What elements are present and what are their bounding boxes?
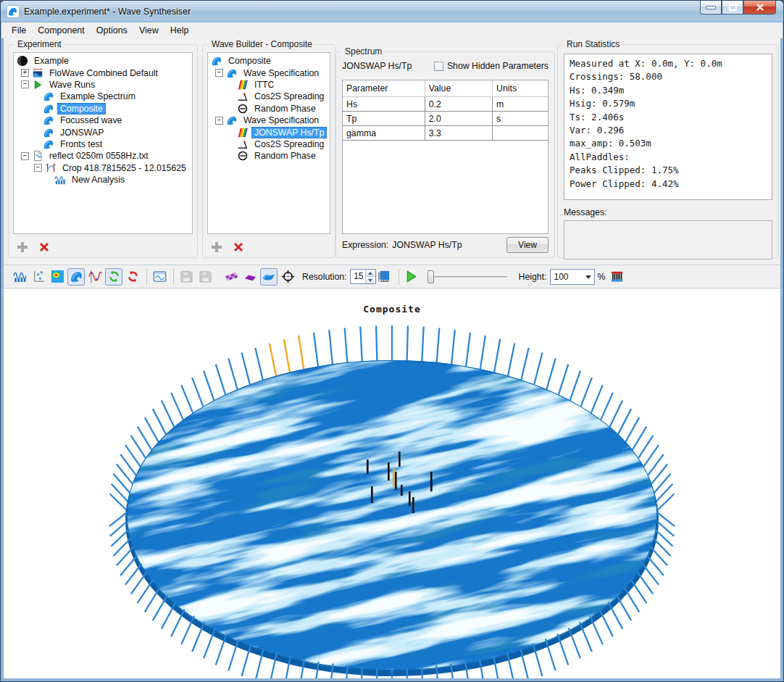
tree-item-random-phase-1[interactable]: Random Phase (208, 103, 330, 115)
expander-minus-icon[interactable] (21, 80, 29, 88)
wave-probe (393, 468, 395, 486)
auto-refresh-button[interactable] (105, 268, 122, 286)
wave-icon (43, 138, 54, 150)
run-statistics-output: Measured at X: 0.0m, Y: 0.0m Crossings: … (564, 54, 772, 200)
menu-view[interactable]: View (133, 24, 164, 37)
slider-thumb[interactable] (428, 270, 434, 283)
param-name: Tp (343, 112, 425, 126)
content-area: Experiment Example FloWave Combined Defa… (4, 38, 780, 678)
expander-minus-icon[interactable] (215, 69, 223, 77)
tree-item-wave-specification-2[interactable]: Wave Specification (208, 115, 330, 126)
random-phase-icon (237, 103, 249, 115)
stat-line: Hsig: 0.579m (570, 97, 767, 110)
tree-item-jonswap[interactable]: JONSWAP (14, 126, 192, 138)
close-button[interactable] (743, 1, 776, 14)
height-dropdown[interactable]: 100 (550, 269, 595, 285)
table-header-row: Parameter Value Units (343, 80, 548, 97)
param-value[interactable]: 0.2 (425, 97, 492, 112)
app-window: Example.experiment* - Wave Synthesiser F… (0, 0, 784, 682)
tree-item-wave-runs[interactable]: Wave Runs (14, 79, 192, 91)
tree-item-cos2s-spreading-1[interactable]: Cos2S Spreading (208, 91, 330, 102)
tree-item-crop[interactable]: Crop 418.7815625 - 12.015625 (14, 162, 192, 174)
resolution-spinner[interactable]: 15 (350, 269, 376, 284)
show-hidden-parameters-checkbox[interactable] (434, 62, 443, 71)
paddle-bank-button[interactable] (608, 268, 625, 286)
expander-minus-icon[interactable] (21, 152, 29, 160)
col-parameter[interactable]: Parameter (343, 80, 425, 97)
plot-window-button[interactable] (151, 268, 168, 286)
experiment-tree[interactable]: Example FloWave Combined Default Wave Ru… (13, 52, 193, 234)
experiment-panel-title: Experiment (14, 39, 64, 49)
expander-minus-icon[interactable] (34, 164, 42, 172)
stat-line: Peaks Clipped: 1.75% (570, 164, 767, 177)
wave-icon (211, 55, 222, 67)
tree-item-new-analysis[interactable]: New Analysis (14, 174, 192, 186)
chevron-down-icon (585, 275, 591, 282)
delete-item-button[interactable] (38, 241, 51, 254)
tree-item-random-phase-2[interactable]: Random Phase (208, 150, 330, 162)
expander-minus-icon[interactable] (215, 117, 223, 125)
tree-item-fronts-test[interactable]: Fronts test (14, 138, 192, 150)
menu-component[interactable]: Component (32, 24, 91, 37)
wave-probe (388, 462, 390, 481)
checkered-surface-button[interactable] (222, 268, 240, 286)
col-value[interactable]: Value (425, 80, 492, 97)
wave-tank-canvas[interactable]: Composite (4, 289, 780, 678)
slider-track[interactable] (429, 276, 507, 278)
tree-item-wave-specification-1[interactable]: Wave Specification (208, 67, 330, 78)
wave-tank-3d-view[interactable] (7, 289, 779, 678)
tree-item-jonswap-hstp[interactable]: JONSWAP Hs/Tp (208, 126, 330, 138)
probe-target-button[interactable] (279, 268, 296, 286)
time-slider[interactable] (428, 269, 509, 285)
resolution-value[interactable]: 15 (351, 270, 365, 283)
wave-probe (409, 491, 411, 506)
grid-resolution-button[interactable] (376, 268, 393, 286)
heatmap-view-button[interactable] (49, 268, 66, 286)
stat-line: Ts: 2.406s (570, 111, 767, 124)
tree-item-focussed-wave[interactable]: Focussed wave (14, 115, 192, 126)
phase-surface-button[interactable] (241, 268, 259, 286)
save-button[interactable] (178, 268, 195, 286)
messages-box (564, 220, 772, 259)
wave-builder-tree[interactable]: Composite Wave Specification ITTC Cos2S … (207, 52, 330, 234)
maximize-button[interactable] (722, 1, 743, 14)
tree-item-composite[interactable]: Composite (14, 103, 192, 115)
tree-item-example-spectrum[interactable]: Example Spectrum (14, 91, 192, 102)
param-value[interactable]: 3.3 (425, 126, 492, 141)
water-surface-button[interactable] (260, 268, 278, 286)
tree-item-composite-root[interactable]: Composite (208, 55, 330, 67)
wave-view-button[interactable] (67, 268, 85, 286)
title-bar[interactable]: Example.experiment* - Wave Synthesiser (1, 1, 783, 23)
stat-line: Var: 0.296 (570, 124, 767, 137)
play-button[interactable] (403, 268, 420, 286)
new-analysis-button[interactable] (11, 268, 28, 286)
spinner-down-icon[interactable] (366, 276, 375, 283)
signal-plot-button[interactable] (86, 268, 104, 286)
tree-item-example[interactable]: Example (14, 55, 192, 67)
scatter-plot-button[interactable] (30, 268, 47, 286)
minimize-button[interactable] (700, 1, 722, 14)
menu-file[interactable]: File (6, 24, 32, 37)
menu-options[interactable]: Options (91, 24, 133, 37)
expander-plus-icon[interactable] (21, 69, 29, 77)
save-as-button[interactable] (196, 268, 214, 286)
height-label: Height: (519, 272, 547, 282)
tree-item-reflect-file[interactable]: reflect 0250m 0558Hz.txt (14, 150, 192, 162)
add-item-button[interactable] (16, 241, 29, 254)
tree-item-flowave-combined-default[interactable]: FloWave Combined Default (14, 67, 192, 78)
refresh-button[interactable] (124, 268, 141, 286)
parameter-table: Parameter Value Units Hs 0.2 m Tp 2.0 s (342, 80, 549, 234)
add-item-button[interactable] (210, 241, 223, 254)
menu-help[interactable]: Help (164, 24, 195, 37)
toolbar: Resolution: 15 Height: 100 % (4, 265, 780, 288)
param-value[interactable]: 2.0 (425, 112, 492, 126)
view-button[interactable]: View (506, 237, 549, 253)
spectrum-panel: Spectrum JONSWAP Hs/Tp Show Hidden Param… (335, 51, 555, 258)
tree-item-ittc[interactable]: ITTC (208, 79, 330, 91)
spinner-up-icon[interactable] (366, 270, 375, 276)
delete-item-button[interactable] (232, 241, 245, 254)
stat-line: max_amp: 0.503m (570, 137, 767, 150)
col-units[interactable]: Units (493, 80, 548, 97)
tree-item-cos2s-spreading-2[interactable]: Cos2S Spreading (208, 138, 330, 150)
experiment-panel: Experiment Example FloWave Combined Defa… (8, 44, 198, 258)
